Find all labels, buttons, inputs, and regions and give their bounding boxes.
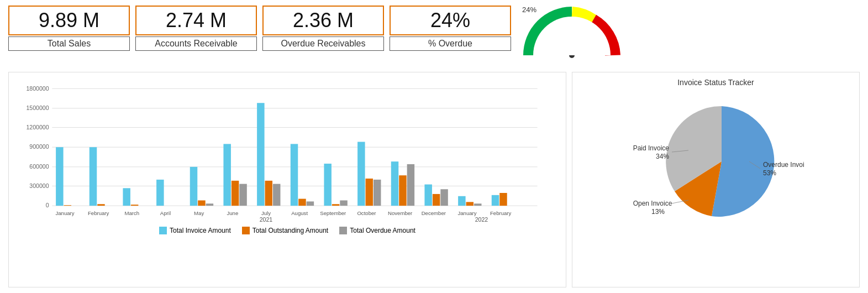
svg-text:March: March [124, 210, 139, 216]
kpi-overdue-receivables-label: Overdue Receivables [262, 36, 384, 51]
bar [340, 200, 347, 206]
bar [440, 189, 448, 206]
svg-text:0: 0 [46, 202, 49, 208]
kpi-pct-overdue-label: % Overdue [390, 36, 511, 51]
pie-label-overdue: Overdue Invoice [763, 161, 804, 169]
kpi-accounts-receivable: 2.74 M Accounts Receivable [135, 6, 257, 51]
svg-text:1200000: 1200000 [26, 124, 49, 130]
svg-text:300000: 300000 [29, 182, 49, 189]
legend-label-total: Total Invoice Amount [170, 227, 231, 234]
bar [223, 144, 230, 206]
pie-chart-container: Invoice Status Tracker [572, 72, 860, 287]
svg-text:August: August [291, 210, 308, 216]
gauge-chart: 24% [522, 6, 622, 66]
kpi-accounts-receivable-label: Accounts Receivable [135, 36, 257, 51]
pie-chart-svg: Overdue Invoice 53% Open Invoice 13% Pai… [628, 90, 804, 233]
bar [298, 199, 306, 206]
legend-label-overdue: Total Overdue Amount [350, 227, 415, 234]
legend-color-total [159, 227, 167, 234]
bar [273, 184, 280, 206]
bar [433, 194, 440, 206]
svg-text:February: February [88, 210, 109, 216]
kpi-pct-overdue: 24% % Overdue [390, 6, 511, 51]
svg-text:October: October [357, 210, 376, 216]
svg-text:November: November [388, 210, 413, 216]
bar [198, 200, 205, 206]
bar [324, 164, 331, 206]
bar [332, 204, 339, 206]
bar [373, 180, 381, 206]
svg-text:December: December [422, 210, 446, 216]
bar [90, 147, 97, 206]
kpi-total-sales-value: 9.89 M [8, 6, 130, 35]
legend-item-outstanding: Total Outstanding Amount [242, 227, 328, 234]
svg-text:September: September [320, 210, 346, 216]
bar [265, 181, 272, 206]
pie-label-paid: Paid Invoice [633, 144, 669, 152]
svg-text:1500000: 1500000 [26, 104, 49, 111]
bar [97, 204, 104, 206]
pie-chart-title: Invoice Status Tracker [677, 78, 754, 87]
bar [307, 201, 314, 206]
bar [407, 164, 414, 206]
bar [466, 202, 474, 206]
bar [239, 184, 246, 206]
kpi-pct-overdue-value: 24% [390, 6, 511, 35]
svg-text:1800000: 1800000 [26, 85, 49, 92]
bar [492, 195, 499, 206]
bar-chart-legend: Total Invoice Amount Total Outstanding A… [14, 227, 560, 234]
bar-chart-svg: 0 300000 600000 900000 1200000 1500000 1… [14, 78, 560, 222]
bar [206, 203, 213, 206]
legend-item-total: Total Invoice Amount [159, 227, 231, 234]
kpi-total-sales: 9.89 M Total Sales [8, 6, 130, 51]
bar [190, 167, 197, 206]
gauge-label: 24% [522, 6, 536, 14]
pie-pct-open: 13% [651, 208, 664, 216]
bar [391, 161, 398, 206]
bar [131, 205, 138, 206]
kpi-overdue-receivables: 2.36 M Overdue Receivables [262, 6, 384, 51]
dashboard: 9.89 M Total Sales 2.74 M Accounts Recei… [0, 0, 868, 293]
svg-text:June: June [227, 210, 238, 216]
gauge-svg [522, 6, 622, 66]
legend-item-overdue: Total Overdue Amount [339, 227, 415, 234]
svg-text:600000: 600000 [29, 163, 49, 170]
charts-row: 0 300000 600000 900000 1200000 1500000 1… [8, 72, 860, 287]
pie-label-open: Open Invoice [633, 200, 672, 207]
bar [474, 203, 481, 206]
bar [424, 185, 432, 206]
svg-text:April: April [160, 210, 171, 216]
svg-text:July: July [261, 210, 271, 216]
svg-text:May: May [194, 210, 204, 216]
svg-text:February: February [490, 210, 512, 216]
bar [357, 142, 365, 206]
legend-label-outstanding: Total Outstanding Amount [252, 227, 328, 234]
bar [366, 179, 373, 206]
kpi-total-sales-label: Total Sales [8, 36, 130, 51]
svg-text:January: January [457, 210, 476, 216]
bar [257, 103, 264, 206]
legend-color-outstanding [242, 227, 250, 234]
bar [56, 147, 63, 206]
bar [499, 193, 507, 206]
svg-text:2021: 2021 [260, 216, 273, 222]
bar [458, 196, 465, 206]
kpi-overdue-receivables-value: 2.36 M [262, 6, 384, 35]
svg-text:2022: 2022 [475, 216, 488, 222]
kpi-accounts-receivable-value: 2.74 M [135, 6, 257, 35]
bar-chart-container: 0 300000 600000 900000 1200000 1500000 1… [8, 72, 566, 287]
kpi-row: 9.89 M Total Sales 2.74 M Accounts Recei… [8, 6, 860, 66]
bar [291, 144, 298, 206]
bar [123, 188, 130, 206]
bar [156, 180, 164, 206]
pie-pct-paid: 34% [655, 153, 669, 160]
bar [64, 205, 71, 206]
bar [232, 181, 239, 206]
legend-color-overdue [339, 227, 347, 234]
svg-text:900000: 900000 [29, 143, 49, 150]
bar [399, 175, 406, 206]
svg-text:January: January [55, 210, 74, 216]
pie-pct-overdue: 53% [763, 169, 776, 177]
